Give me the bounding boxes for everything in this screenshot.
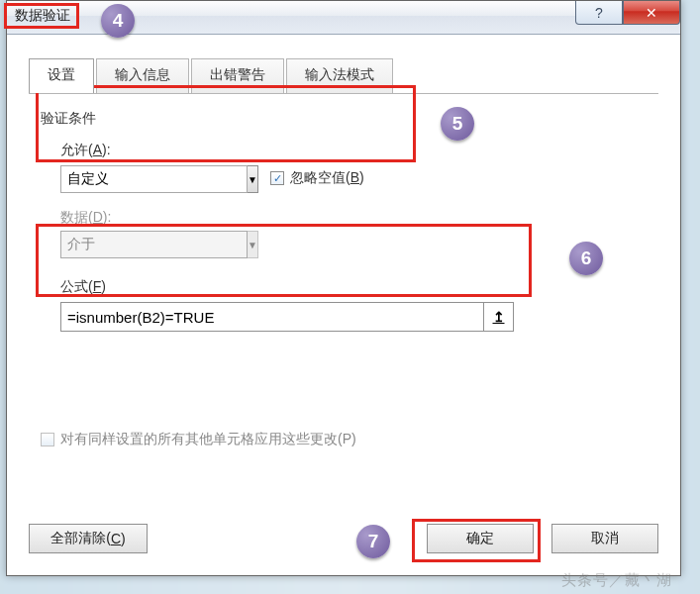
annotation-badge-6: 6 — [569, 242, 603, 275]
checkbox-unchecked-icon — [41, 433, 54, 446]
dialog-body: 设置 输入信息 出错警告 输入法模式 验证条件 允许(A): ▼ ✓ 忽略空值(… — [17, 45, 670, 565]
dialog-footer: 全部清除(C) 确定 取消 — [29, 520, 658, 555]
close-icon: ✕ — [646, 5, 657, 21]
close-button[interactable]: ✕ — [623, 1, 680, 25]
formula-input[interactable] — [60, 302, 484, 332]
annotation-badge-5: 5 — [441, 107, 474, 141]
data-dropdown: ▼ — [60, 231, 249, 258]
window-title: 数据验证 — [15, 7, 70, 25]
chevron-down-icon[interactable]: ▼ — [248, 165, 258, 193]
ignore-blank-checkbox[interactable]: ✓ 忽略空值(B) — [270, 169, 364, 187]
range-selector-button[interactable]: ↥ — [484, 302, 514, 332]
formula-label: 公式(F) — [60, 278, 106, 296]
checkbox-checked-icon: ✓ — [270, 171, 284, 185]
allow-value[interactable] — [60, 165, 248, 193]
help-icon: ? — [595, 5, 603, 21]
tab-error-alert[interactable]: 出错警告 — [191, 58, 284, 93]
data-validation-dialog: 数据验证 ? ✕ 设置 输入信息 出错警告 输入法模式 验证条件 允许(A): … — [6, 0, 681, 576]
apply-to-all-checkbox: 对有同样设置的所有其他单元格应用这些更改(P) — [41, 431, 356, 448]
allow-label: 允许(A): — [60, 142, 111, 159]
allow-dropdown[interactable]: ▼ — [60, 165, 249, 193]
collapse-icon: ↥ — [493, 309, 505, 325]
data-value — [60, 231, 248, 258]
validation-criteria-label: 验证条件 — [41, 110, 96, 128]
tab-ime-mode[interactable]: 输入法模式 — [286, 58, 393, 93]
settings-panel: 验证条件 允许(A): ▼ ✓ 忽略空值(B) 数据(D): ▼ — [29, 104, 658, 516]
ok-button[interactable]: 确定 — [427, 524, 534, 553]
tab-input-message[interactable]: 输入信息 — [96, 58, 189, 93]
clear-all-button[interactable]: 全部清除(C) — [29, 524, 148, 553]
tab-divider — [29, 93, 658, 94]
data-label: 数据(D): — [60, 209, 111, 227]
apply-to-all-label: 对有同样设置的所有其他单元格应用这些更改(P) — [60, 431, 356, 448]
cancel-button[interactable]: 取消 — [551, 524, 658, 553]
tab-settings[interactable]: 设置 — [29, 58, 94, 93]
help-button[interactable]: ? — [575, 1, 623, 25]
annotation-badge-4: 4 — [101, 4, 135, 38]
annotation-badge-7: 7 — [356, 525, 390, 558]
formula-row: ↥ — [60, 302, 514, 332]
ignore-blank-label: 忽略空值(B) — [290, 169, 364, 187]
chevron-down-icon: ▼ — [248, 231, 258, 258]
tab-strip: 设置 输入信息 出错警告 输入法模式 — [29, 58, 395, 93]
